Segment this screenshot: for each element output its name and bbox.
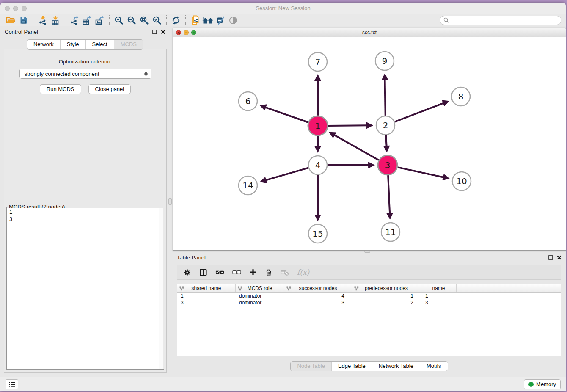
graph-edge-2-9[interactable] xyxy=(385,80,385,116)
refresh-button[interactable] xyxy=(170,15,182,26)
column-header-name[interactable]: name xyxy=(421,284,457,292)
close-window-button[interactable] xyxy=(5,6,10,11)
duplicate-network-button[interactable] xyxy=(189,15,201,26)
graph-edge-1-2[interactable] xyxy=(328,125,367,126)
graph-node-label-4: 4 xyxy=(315,160,321,170)
open-file-button[interactable] xyxy=(5,15,17,26)
search-box[interactable] xyxy=(440,16,561,25)
cell-shared-name[interactable]: 1 xyxy=(177,293,236,299)
window-title: Session: New Session xyxy=(0,3,566,14)
select-all-columns-button[interactable] xyxy=(215,267,224,278)
zoom-in-button[interactable] xyxy=(113,15,125,26)
mcds-result-scrollbar[interactable] xyxy=(159,208,163,369)
graph-edge-2-3[interactable] xyxy=(386,135,386,146)
float-panel-icon[interactable] xyxy=(152,30,157,34)
zoom-window-button[interactable] xyxy=(22,6,27,11)
minimize-window-button[interactable] xyxy=(13,6,18,11)
show-hide-labels-button[interactable] xyxy=(214,15,227,26)
tab-node-table[interactable]: Node Table xyxy=(291,362,331,371)
table-toolbar: f(x) xyxy=(177,265,561,280)
import-table-button[interactable] xyxy=(49,15,62,26)
table-row[interactable]: 1 dominator 4 1 1 xyxy=(177,293,561,299)
save-session-button[interactable] xyxy=(17,15,30,26)
network-graph[interactable]: 1234678910111415 xyxy=(173,37,566,250)
graph-edge-3-1[interactable] xyxy=(334,135,379,160)
tab-select[interactable]: Select xyxy=(85,40,114,49)
column-header-successor-nodes[interactable]: successor nodes xyxy=(284,284,352,292)
network-window-titlebar[interactable]: scc.txt xyxy=(173,28,566,37)
delete-column-button[interactable] xyxy=(265,267,272,278)
cell-shared-name[interactable]: 3 xyxy=(177,300,236,306)
network-minimize-button[interactable] xyxy=(184,30,189,35)
cell-mcds-role[interactable]: dominator xyxy=(236,300,284,306)
graph-node-label-11: 11 xyxy=(385,227,396,237)
memory-button[interactable]: Memory xyxy=(524,379,561,389)
graph-edge-4-14[interactable] xyxy=(266,168,308,180)
cell-name[interactable]: 3 xyxy=(421,300,457,306)
tab-motifs[interactable]: Motifs xyxy=(420,362,448,371)
graph-edge-1-6[interactable] xyxy=(266,108,308,122)
memory-status-icon xyxy=(528,382,534,387)
network-maximize-button[interactable] xyxy=(191,30,196,35)
column-header-predecessor-nodes[interactable]: predecessor nodes xyxy=(352,284,421,292)
table-panel-header: Table Panel xyxy=(173,252,566,263)
eye-button[interactable] xyxy=(227,15,239,26)
zoom-fit-icon xyxy=(140,16,149,25)
tab-mcds[interactable]: MCDS xyxy=(114,40,143,49)
export-image-icon xyxy=(95,16,105,25)
panel-divider-grip[interactable] xyxy=(168,198,172,205)
mcds-result-group: MCDS result (2 nodes) 1 3 xyxy=(6,207,164,370)
eye-icon xyxy=(228,16,238,25)
graph-edge-3-10[interactable] xyxy=(398,167,444,177)
run-mcds-button[interactable]: Run MCDS xyxy=(40,84,81,94)
export-table-button[interactable] xyxy=(81,15,94,26)
plus-icon xyxy=(249,268,257,276)
network-canvas[interactable]: 1234678910111415 xyxy=(173,37,566,250)
cell-successor-nodes[interactable]: 4 xyxy=(284,293,352,299)
tab-network[interactable]: Network xyxy=(27,40,60,49)
task-history-button[interactable] xyxy=(6,379,18,389)
create-column-button[interactable] xyxy=(249,267,257,278)
zoom-selected-button[interactable] xyxy=(151,15,163,26)
network-close-button[interactable] xyxy=(176,30,181,35)
optimization-criterion-select[interactable]: strongly connected component xyxy=(19,69,151,79)
close-panel-icon[interactable] xyxy=(557,255,561,260)
function-builder-button[interactable]: f(x) xyxy=(297,267,309,278)
graph-node-label-1: 1 xyxy=(315,121,321,131)
home-view-button[interactable] xyxy=(201,15,214,26)
cell-successor-nodes[interactable]: 3 xyxy=(284,300,352,306)
tab-style[interactable]: Style xyxy=(60,40,85,49)
cell-name[interactable]: 1 xyxy=(421,293,457,299)
zoom-out-button[interactable] xyxy=(125,15,138,26)
graph-edge-3-11[interactable] xyxy=(388,175,390,213)
unselect-all-columns-button[interactable] xyxy=(232,267,241,278)
close-glyph-icon xyxy=(177,31,180,34)
delete-table-button[interactable] xyxy=(281,267,289,278)
column-header-mcds-role[interactable]: MCDS role xyxy=(236,284,284,292)
list-icon xyxy=(8,381,15,387)
close-panel-icon[interactable] xyxy=(161,30,165,34)
table-settings-button[interactable] xyxy=(183,267,191,278)
table-row[interactable]: 3 dominator 3 2 3 xyxy=(177,299,561,306)
export-image-button[interactable] xyxy=(94,15,106,26)
cell-predecessor-nodes[interactable]: 2 xyxy=(352,300,421,306)
close-panel-button[interactable]: Close panel xyxy=(88,84,131,94)
tab-edge-table[interactable]: Edge Table xyxy=(331,362,372,371)
export-network-button[interactable] xyxy=(68,15,81,26)
column-header-shared-name[interactable]: shared name xyxy=(177,284,236,292)
show-columns-button[interactable] xyxy=(199,267,207,278)
cell-mcds-role[interactable]: dominator xyxy=(236,293,284,299)
tab-network-table[interactable]: Network Table xyxy=(372,362,420,371)
memory-label: Memory xyxy=(536,381,556,387)
zoom-fit-button[interactable] xyxy=(138,15,151,26)
network-view-window: scc.txt 1234678910111415 xyxy=(173,28,566,251)
search-input[interactable] xyxy=(451,17,558,23)
graph-node-label-7: 7 xyxy=(315,57,321,67)
float-panel-icon[interactable] xyxy=(548,255,553,260)
mcds-result-box[interactable]: 1 3 xyxy=(7,208,163,369)
status-bar: Memory xyxy=(0,377,566,391)
import-network-button[interactable] xyxy=(36,15,49,26)
toolbar-separator xyxy=(65,15,65,25)
graph-edge-2-8[interactable] xyxy=(395,103,443,122)
cell-predecessor-nodes[interactable]: 1 xyxy=(352,293,421,299)
